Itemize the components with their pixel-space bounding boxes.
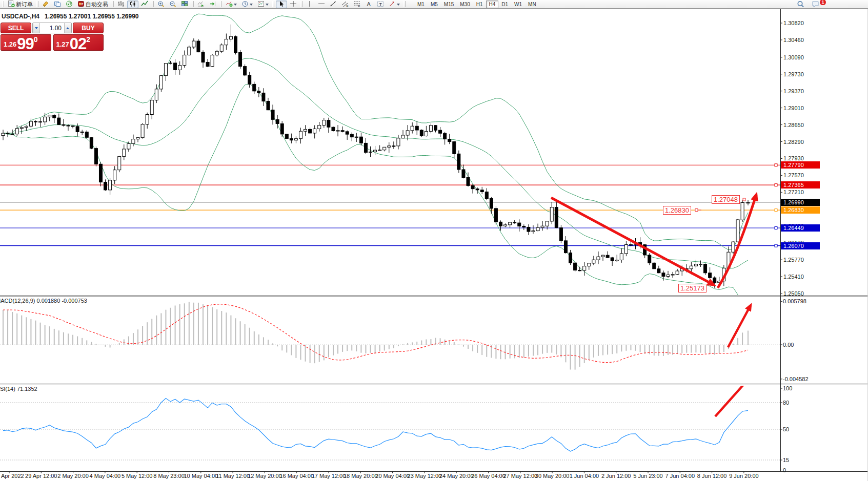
candle-body bbox=[285, 134, 288, 139]
label-icon: T bbox=[377, 1, 384, 8]
trend-arrow-up[interactable] bbox=[728, 305, 751, 347]
timeframe-m15-button[interactable]: M15 bbox=[441, 1, 457, 8]
auto-scroll-button[interactable] bbox=[195, 1, 207, 8]
vertical-line-button[interactable] bbox=[304, 1, 315, 8]
time-tick-label: 24 May 20:00 bbox=[439, 473, 474, 479]
notifications-button[interactable]: 1 bbox=[810, 1, 822, 8]
buy-price-display[interactable]: 1.27 02 2 bbox=[53, 34, 104, 51]
candle-body bbox=[262, 93, 265, 101]
candle-body bbox=[44, 117, 47, 122]
timeframe-h1-button[interactable]: H1 bbox=[473, 1, 486, 8]
line-anchor-handle[interactable] bbox=[775, 226, 777, 229]
text-button[interactable]: A bbox=[363, 1, 374, 8]
pane-splitter-macd[interactable] bbox=[0, 295, 868, 298]
candle-body bbox=[141, 124, 144, 138]
fibonacci-icon: F bbox=[353, 1, 360, 8]
timeframe-d1-button[interactable]: D1 bbox=[498, 1, 511, 8]
chart-shift-button[interactable] bbox=[207, 1, 218, 8]
zoom-in-button[interactable] bbox=[155, 1, 167, 8]
timeframe-m1-button[interactable]: M1 bbox=[414, 1, 428, 8]
candle-body bbox=[439, 130, 442, 133]
toolbar-grip[interactable] bbox=[192, 1, 194, 7]
line-anchor-handle[interactable] bbox=[775, 209, 777, 212]
chevron-down-icon bbox=[397, 4, 400, 7]
timeframe-w1-button[interactable]: W1 bbox=[511, 1, 525, 8]
arrows-button[interactable] bbox=[387, 1, 402, 8]
label-button[interactable]: T bbox=[375, 1, 386, 8]
line-anchor-handle[interactable] bbox=[775, 184, 777, 186]
sell-price-display[interactable]: 1.26 99 0 bbox=[1, 34, 51, 51]
candle-body bbox=[527, 227, 530, 232]
line-anchor-handle[interactable] bbox=[775, 244, 777, 247]
zoom-out-button[interactable] bbox=[167, 1, 178, 8]
new-order-icon bbox=[8, 1, 15, 8]
candle-body bbox=[346, 132, 349, 134]
macd-tick-label: -0.004582 bbox=[783, 376, 809, 382]
timeframe-h4-button[interactable]: H4 bbox=[486, 1, 499, 8]
metaeditor-button[interactable] bbox=[40, 1, 51, 8]
candle-body bbox=[188, 47, 191, 55]
volume-increase-button[interactable] bbox=[64, 23, 71, 33]
auto-trading-button[interactable]: 自动交易 bbox=[75, 1, 110, 8]
level-price-tag: 1.27790 bbox=[781, 161, 820, 169]
crosshair-button[interactable] bbox=[288, 1, 299, 8]
candle-body bbox=[388, 146, 391, 148]
macd-pane[interactable] bbox=[0, 302, 780, 369]
pane-splitter-rsi[interactable] bbox=[0, 383, 868, 386]
annotation-orange-level[interactable]: 1.26830 bbox=[663, 206, 691, 215]
candle-body bbox=[25, 126, 28, 127]
candle-body bbox=[541, 226, 544, 227]
tile-windows-button[interactable] bbox=[179, 1, 190, 8]
channel-button[interactable]: E bbox=[339, 1, 351, 8]
candle-body bbox=[206, 62, 209, 66]
candle-body bbox=[53, 115, 56, 118]
annotation-recent-high[interactable]: 1.27048 bbox=[712, 195, 740, 204]
buy-button[interactable]: BUY bbox=[73, 23, 104, 33]
periods-button[interactable] bbox=[239, 1, 255, 8]
rsi-pane[interactable] bbox=[0, 379, 780, 460]
toolbar-grip[interactable] bbox=[112, 1, 114, 7]
volume-decrease-button[interactable] bbox=[33, 23, 40, 33]
candle-body bbox=[48, 115, 51, 117]
timeframe-m5-button[interactable]: M5 bbox=[428, 1, 441, 8]
toolbar-grip[interactable] bbox=[2, 1, 4, 7]
toolbar-grip[interactable] bbox=[152, 1, 154, 7]
cursor-button[interactable] bbox=[276, 1, 287, 8]
fibonacci-button[interactable]: F bbox=[351, 1, 362, 8]
candle-body bbox=[550, 207, 553, 221]
bar-chart-button[interactable] bbox=[115, 1, 127, 8]
line-chart-button[interactable] bbox=[139, 1, 150, 8]
volume-value[interactable]: 1.00 bbox=[40, 23, 64, 33]
toolbar-grip[interactable] bbox=[403, 1, 406, 7]
toolbar-grip[interactable] bbox=[220, 1, 222, 7]
candle-body bbox=[62, 124, 65, 126]
market-watch-button[interactable] bbox=[52, 1, 63, 8]
horizontal-line-button[interactable] bbox=[316, 1, 327, 8]
toolbar-grip[interactable] bbox=[300, 1, 302, 7]
trendline-button[interactable] bbox=[328, 1, 339, 8]
svg-text:F: F bbox=[358, 4, 360, 7]
metaeditor-icon bbox=[42, 1, 49, 8]
candlestick-chart-button[interactable] bbox=[127, 1, 138, 8]
new-order-button[interactable]: 新订单 bbox=[6, 1, 35, 8]
signals-button[interactable] bbox=[64, 1, 75, 8]
main-pane[interactable] bbox=[0, 14, 780, 308]
search-button[interactable] bbox=[795, 1, 806, 8]
sell-button[interactable]: SELL bbox=[1, 23, 31, 33]
candle-body bbox=[99, 164, 102, 182]
toolbar-grip[interactable] bbox=[36, 1, 38, 7]
line-anchor-handle[interactable] bbox=[775, 164, 777, 166]
toolbar-grip[interactable] bbox=[272, 1, 274, 7]
templates-button[interactable] bbox=[255, 1, 271, 8]
indicators-button[interactable] bbox=[224, 1, 239, 8]
candle-body bbox=[211, 55, 214, 67]
sell-price-pip: 0 bbox=[34, 35, 38, 44]
candle-body bbox=[67, 126, 70, 126]
annotation-handle[interactable] bbox=[695, 209, 698, 212]
annotation-handle[interactable] bbox=[743, 198, 745, 201]
timeframe-m30-button[interactable]: M30 bbox=[457, 1, 473, 8]
price-tick-label: 1.27210 bbox=[783, 189, 804, 195]
timeframe-mn-button[interactable]: MN bbox=[525, 1, 539, 8]
chart-canvas[interactable] bbox=[0, 0, 868, 481]
annotation-swing-low[interactable]: 1.25173 bbox=[678, 284, 706, 292]
